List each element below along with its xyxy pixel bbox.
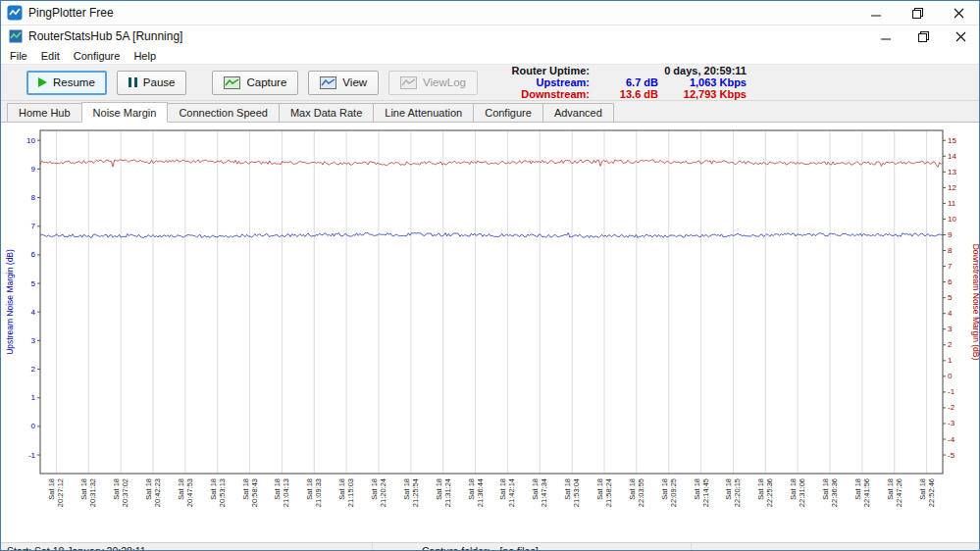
inner-maximize-button[interactable] [904, 25, 942, 47]
svg-text:Sat 18: Sat 18 [112, 478, 121, 500]
svg-text:22:25:36: 22:25:36 [765, 478, 774, 507]
svg-text:4: 4 [948, 309, 953, 318]
uptime-label: Router Uptime: [511, 65, 597, 76]
svg-text:22:36:36: 22:36:36 [830, 478, 839, 507]
router-stats-summary: Router Uptime: 0 days, 20:59:11 Upstream… [511, 65, 747, 100]
left-noise-margin-series-line [40, 233, 943, 238]
svg-text:Sat 18: Sat 18 [853, 478, 862, 500]
tab-line-attenuation[interactable]: Line Attenuation [373, 103, 474, 123]
svg-text:13: 13 [948, 168, 956, 176]
resume-button[interactable]: Resume [26, 71, 107, 95]
tab-max-data-rate[interactable]: Max Data Rate [279, 103, 374, 123]
svg-text:Sat 18: Sat 18 [756, 478, 765, 500]
svg-text:Sat 18: Sat 18 [531, 478, 540, 500]
svg-text:Sat 18: Sat 18 [789, 478, 798, 500]
tab-strip: Home HubNoise MarginConnection SpeedMax … [1, 101, 979, 123]
view-icon [320, 76, 336, 89]
svg-text:22:31:06: 22:31:06 [798, 478, 806, 507]
tab-connection-speed[interactable]: Connection Speed [167, 103, 280, 123]
svg-text:20:31:32: 20:31:32 [88, 478, 97, 507]
viewlog-button: ViewLog [388, 71, 478, 95]
capture-label: Capture [246, 76, 286, 88]
svg-text:14: 14 [948, 152, 956, 161]
tab-home-hub[interactable]: Home Hub [7, 103, 82, 123]
svg-text:20:47:53: 20:47:53 [185, 478, 194, 507]
svg-text:Sat 18: Sat 18 [660, 478, 669, 500]
svg-text:3: 3 [948, 325, 953, 333]
view-label: View [342, 76, 367, 88]
svg-text:5: 5 [948, 293, 953, 302]
outer-minimize-button[interactable] [855, 1, 897, 25]
routerstats-icon [9, 29, 23, 43]
svg-text:Sat 18: Sat 18 [337, 478, 346, 500]
menu-item-help[interactable]: Help [127, 49, 163, 63]
resume-label: Resume [53, 76, 95, 88]
downstream-db-value: 13.6 dB [597, 88, 658, 100]
svg-text:Sat 18: Sat 18 [273, 478, 282, 500]
svg-text:20:37:02: 20:37:02 [121, 478, 129, 507]
capture-button[interactable]: Capture [212, 71, 298, 95]
inner-window-controls [867, 25, 979, 47]
inner-minimize-button[interactable] [867, 25, 904, 47]
pause-label: Pause [143, 76, 176, 88]
svg-text:Sat 18: Sat 18 [918, 478, 927, 500]
chart-gridlines [56, 130, 926, 474]
svg-text:1: 1 [31, 393, 36, 402]
capture-folder-value: [no files] [499, 545, 538, 551]
outer-maximize-button[interactable] [897, 1, 938, 25]
svg-text:-5: -5 [948, 451, 955, 460]
svg-text:15: 15 [948, 136, 956, 145]
svg-text:Sat 18: Sat 18 [209, 478, 218, 500]
pause-button[interactable]: Pause [117, 71, 187, 95]
svg-text:Sat 18: Sat 18 [724, 478, 733, 500]
svg-text:Sat 18: Sat 18 [821, 478, 830, 500]
svg-text:21:53:04: 21:53:04 [572, 478, 581, 507]
menu-bar: FileEditConfigureHelp [1, 47, 979, 64]
svg-text:3: 3 [31, 336, 36, 345]
svg-text:6: 6 [948, 277, 953, 286]
inner-close-button[interactable] [942, 25, 979, 47]
outer-close-button[interactable] [938, 1, 979, 25]
plot-border [40, 130, 943, 474]
view-button[interactable]: View [308, 71, 379, 95]
tab-advanced[interactable]: Advanced [542, 103, 614, 123]
svg-text:8: 8 [31, 193, 36, 202]
svg-text:Sat 18: Sat 18 [886, 478, 895, 500]
svg-text:Sat 18: Sat 18 [79, 478, 88, 500]
svg-text:7: 7 [31, 222, 36, 230]
svg-text:8: 8 [948, 246, 953, 255]
svg-text:Sat 18: Sat 18 [177, 478, 185, 500]
x-axis-labels: Sat 1820:27:12Sat 1820:31:32Sat 1820:37:… [47, 478, 935, 507]
svg-text:Sat 18: Sat 18 [693, 478, 701, 500]
svg-text:Sat 18: Sat 18 [498, 478, 507, 500]
svg-text:20:42:23: 20:42:23 [153, 478, 162, 507]
svg-text:Sat 18: Sat 18 [595, 478, 604, 500]
svg-text:-3: -3 [948, 419, 955, 427]
menu-item-configure[interactable]: Configure [67, 49, 128, 63]
svg-text:-2: -2 [948, 403, 955, 412]
svg-text:21:36:44: 21:36:44 [476, 478, 485, 507]
left-axis-ticks: 109876543210-1 [26, 136, 40, 460]
menu-item-edit[interactable]: Edit [34, 49, 67, 63]
toolbar: Resume Pause Capture View ViewLog [1, 64, 979, 101]
viewlog-icon [400, 76, 417, 89]
svg-text:22:20:15: 22:20:15 [733, 478, 742, 507]
svg-text:22:47:26: 22:47:26 [895, 478, 903, 507]
svg-text:20:27:12: 20:27:12 [56, 478, 65, 507]
svg-text:21:47:34: 21:47:34 [540, 478, 548, 507]
svg-text:21:09:33: 21:09:33 [314, 478, 323, 507]
pingplotter-icon [7, 5, 23, 21]
svg-text:Sat 18: Sat 18 [241, 478, 250, 500]
svg-text:Sat 18: Sat 18 [563, 478, 572, 500]
upstream-rate-value: 1,063 Kbps [658, 76, 747, 88]
svg-text:20:53:13: 20:53:13 [218, 478, 227, 507]
status-capture-folder: Capture folder: [no files] [373, 543, 692, 551]
downstream-rate-value: 12,793 Kbps [658, 88, 747, 100]
tab-noise-margin[interactable]: Noise Margin [81, 102, 169, 123]
menu-item-file[interactable]: File [3, 49, 34, 63]
left-axis-title: Upstream Noise Margin (dB) [5, 249, 15, 355]
upstream-label: Upstream: [511, 76, 597, 88]
tab-configure[interactable]: Configure [473, 103, 543, 123]
svg-text:4: 4 [31, 308, 36, 317]
svg-text:20:58:43: 20:58:43 [250, 478, 259, 507]
